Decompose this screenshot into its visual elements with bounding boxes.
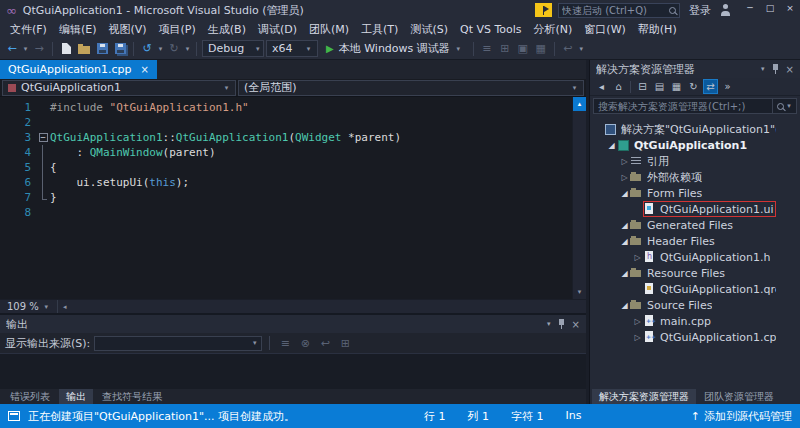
collapse-arrow-icon[interactable]: ◢ — [619, 237, 630, 246]
expand-arrow-icon[interactable]: ▷ — [632, 317, 643, 326]
collapse-arrow-icon[interactable]: ◢ — [606, 141, 617, 150]
code-line[interactable]: 1#include "QtGuiApplication1.h" — [0, 100, 572, 115]
bookmark-icon[interactable]: ↩ — [560, 41, 576, 57]
tree-item[interactable]: ◢QtGuiApplication1 — [590, 137, 800, 153]
expand-arrow-icon[interactable]: ▷ — [619, 173, 630, 182]
scrollbar-track[interactable] — [573, 111, 586, 285]
menu-item[interactable]: 测试(S) — [404, 20, 454, 39]
user-avatar-icon[interactable] — [720, 4, 732, 16]
panel-tab[interactable]: 查找符号结果 — [95, 389, 169, 405]
output-source-combo[interactable]: ▾ — [94, 336, 262, 351]
window-position-icon[interactable]: ▾ — [761, 65, 765, 73]
menu-item[interactable]: 调试(D) — [252, 20, 303, 39]
pin-icon[interactable] — [558, 319, 565, 330]
menu-item[interactable]: 项目(P) — [153, 20, 202, 39]
new-file-icon[interactable] — [58, 41, 74, 57]
collapse-arrow-icon[interactable]: ◢ — [619, 189, 630, 198]
show-all-files-icon[interactable]: ▦ — [669, 79, 684, 94]
code-line[interactable]: 8 — [0, 205, 572, 220]
window-position-icon[interactable]: ▾ — [547, 320, 551, 328]
start-debugging-caret-icon[interactable]: ▾ — [455, 45, 462, 53]
redo-icon[interactable]: ↻ — [166, 41, 182, 57]
add-to-source-control-button[interactable]: ↑ 添加到源代码管理 — [691, 409, 792, 424]
scrollbar-down-arrow-icon[interactable]: ▾ — [573, 285, 586, 299]
types-dropdown[interactable]: QtGuiApplication1 ▾ — [2, 80, 236, 96]
panel-tab[interactable]: 输出 — [59, 389, 93, 405]
expand-arrow-icon[interactable]: ▷ — [632, 253, 643, 262]
scrollbar-up-arrow-icon[interactable]: ▴ — [573, 97, 586, 111]
undo-icon[interactable]: ↺ — [139, 41, 155, 57]
home-icon[interactable]: ⌂ — [611, 79, 626, 94]
solution-platform-combo[interactable]: x64 ▾ — [266, 40, 318, 57]
tree-item[interactable]: ▷main.cpp — [590, 313, 800, 329]
code-line[interactable]: 2 — [0, 115, 572, 130]
start-debugging-button[interactable]: ▶ 本地 Windows 调试器 ▾ — [320, 40, 468, 58]
navigate-forward-icon[interactable]: → — [31, 41, 47, 57]
minimize-button[interactable]: ─ — [740, 0, 760, 16]
menu-item[interactable]: 视图(V) — [102, 20, 152, 39]
close-panel-icon[interactable]: × — [786, 64, 794, 75]
document-tab-active[interactable]: QtGuiApplication1.cpp × — [0, 60, 157, 79]
tree-item[interactable]: ▷引用 — [590, 153, 800, 169]
menu-item[interactable]: 文件(F) — [4, 20, 53, 39]
maximize-button[interactable]: □ — [760, 0, 780, 16]
zoom-control[interactable]: 109 % ▾ — [0, 300, 58, 313]
sign-in-link[interactable]: 登录 — [686, 3, 714, 18]
find-in-files-icon[interactable]: ⊞ — [497, 41, 513, 57]
code-editor[interactable]: 1#include "QtGuiApplication1.h"23−QtGuiA… — [0, 97, 586, 299]
toolbar-overflow-icon[interactable]: ▾ — [578, 45, 585, 53]
expand-arrow-icon[interactable]: ▷ — [632, 333, 643, 342]
code-line[interactable]: 6 ui.setupUi(this); — [0, 175, 572, 190]
code-line[interactable]: 5{ — [0, 160, 572, 175]
close-button[interactable]: × — [780, 0, 800, 16]
sync-with-active-document-icon[interactable]: ⇄ — [703, 79, 718, 94]
menu-item[interactable]: 帮助(H) — [632, 20, 683, 39]
search-options-button[interactable]: ▾ — [773, 98, 797, 114]
solution-explorer-header[interactable]: 解决方案资源管理器 ▾ × — [590, 60, 800, 78]
solution-explorer-toolbar-icon[interactable]: ≡ — [479, 41, 495, 57]
navigate-backward-caret-icon[interactable]: ▾ — [22, 45, 29, 53]
open-file-icon[interactable] — [76, 41, 92, 57]
tree-item[interactable]: ◢Header Files — [590, 233, 800, 249]
tree-item[interactable]: QtGuiApplication1.ui — [590, 201, 800, 217]
menu-item[interactable]: 分析(N) — [528, 20, 579, 39]
code-line[interactable]: 7} — [0, 190, 572, 205]
redo-caret-icon[interactable]: ▾ — [184, 45, 191, 53]
panel-tab[interactable]: 错误列表 — [3, 389, 57, 405]
collapse-arrow-icon[interactable]: ◢ — [619, 269, 630, 278]
output-content[interactable] — [0, 353, 586, 389]
more-options-icon[interactable]: » — [720, 79, 735, 94]
editor-vertical-scrollbar[interactable]: ▴ ▾ — [572, 97, 586, 299]
tree-item[interactable]: ◢Generated Files — [590, 217, 800, 233]
output-panel-header[interactable]: 输出 ▾ × — [0, 315, 586, 333]
collapse-arrow-icon[interactable]: ◢ — [619, 221, 630, 230]
refresh-icon[interactable]: ↻ — [686, 79, 701, 94]
command-window-icon[interactable]: ▣ — [515, 41, 531, 57]
tree-item[interactable]: ◢Source Files — [590, 297, 800, 313]
notifications-flag-icon[interactable] — [535, 3, 552, 17]
clear-all-icon[interactable]: ⊗ — [297, 335, 313, 351]
save-icon[interactable] — [94, 41, 110, 57]
toggle-word-wrap-icon[interactable]: ↩ — [317, 335, 333, 351]
tree-item[interactable]: ▷QtGuiApplication1.cpp — [590, 329, 800, 345]
solution-configuration-combo[interactable]: Debug ▾ — [202, 40, 264, 57]
menu-item[interactable]: 编辑(E) — [53, 20, 103, 39]
menu-item[interactable]: Qt VS Tools — [454, 21, 528, 38]
navigate-backward-icon[interactable]: ← — [4, 41, 20, 57]
tree-item[interactable]: QtGuiApplication1.qrc — [590, 281, 800, 297]
tree-item[interactable]: ◢Form Files — [590, 185, 800, 201]
panel-tab[interactable]: 团队资源管理器 — [697, 389, 781, 405]
members-dropdown[interactable]: (全局范围) ▾ — [238, 80, 584, 96]
menu-item[interactable]: 工具(T) — [355, 20, 404, 39]
tree-item[interactable]: ◢Resource Files — [590, 265, 800, 281]
code-line[interactable]: 4 : QMainWindow(parent) — [0, 145, 572, 160]
collapse-arrow-icon[interactable]: ◢ — [619, 301, 630, 310]
collapse-all-icon[interactable]: ⊟ — [635, 79, 650, 94]
menu-item[interactable]: 窗口(W) — [578, 20, 631, 39]
tree-item[interactable]: ▷外部依赖项 — [590, 169, 800, 185]
menu-item[interactable]: 生成(B) — [202, 20, 252, 39]
find-message-icon[interactable]: ≡ — [277, 335, 293, 351]
save-all-icon[interactable] — [112, 41, 128, 57]
code-line[interactable]: 3−QtGuiApplication1::QtGuiApplication1(Q… — [0, 130, 572, 145]
expand-arrow-icon[interactable]: ▷ — [619, 157, 630, 166]
